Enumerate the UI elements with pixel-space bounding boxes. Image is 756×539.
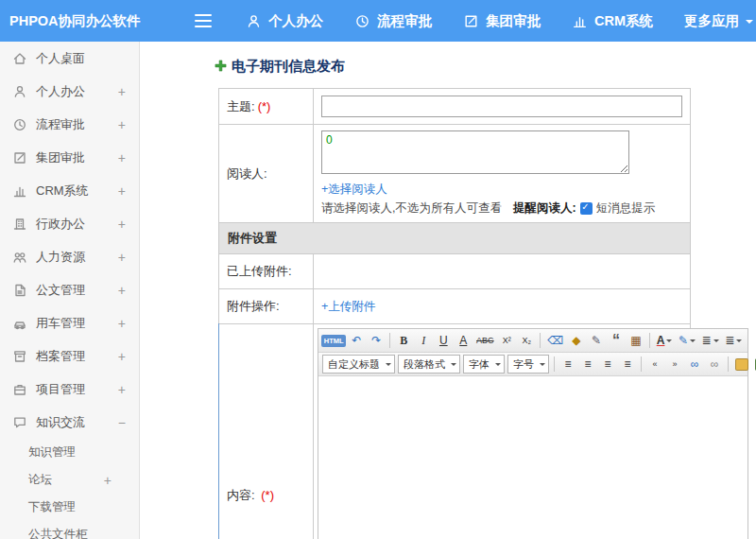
- attachment-ops-row: 附件操作: +上传附件: [219, 289, 690, 324]
- rich-text-editor: HTML↶↷BIUAABCX²X₂⌫◆✎“▦A✎≣≣ 自定义标题段落格式字体字号…: [318, 328, 748, 539]
- edit-icon: [463, 13, 479, 29]
- link-button[interactable]: ∞: [685, 355, 704, 374]
- custom-title-select[interactable]: 自定义标题: [322, 355, 395, 374]
- format-paint-button[interactable]: ◆: [567, 331, 586, 350]
- ordered-list-dropdown[interactable]: ≣: [699, 331, 722, 350]
- sidebar-item-personal-office[interactable]: 个人办公+: [0, 75, 139, 108]
- nav-label: 个人办公: [268, 12, 323, 30]
- nav-label: CRM系统: [594, 12, 653, 30]
- sidebar-subitem-forum[interactable]: 论坛+: [0, 466, 139, 494]
- emotion-button[interactable]: [732, 355, 751, 374]
- upload-attachment-link[interactable]: +上传附件: [321, 299, 375, 315]
- sidebar-subitem-download-management[interactable]: 下载管理: [0, 494, 139, 521]
- expand-toggle[interactable]: +: [118, 117, 126, 132]
- expand-toggle[interactable]: +: [118, 250, 126, 265]
- sidebar-item-project-management[interactable]: 项目管理+: [0, 373, 139, 406]
- underline-button[interactable]: U: [434, 331, 453, 350]
- redo-button[interactable]: ↷: [367, 331, 386, 350]
- italic-button[interactable]: I: [414, 331, 433, 350]
- nav-group-approval[interactable]: 集团审批: [463, 12, 541, 30]
- expand-toggle[interactable]: +: [118, 217, 126, 232]
- sidebar-subitem-knowledge-management[interactable]: 知识管理: [0, 439, 139, 466]
- expand-toggle[interactable]: +: [104, 473, 112, 488]
- building-icon: [12, 217, 36, 232]
- paragraph-format-select[interactable]: 段落格式: [398, 355, 460, 374]
- caret-down-icon: [540, 363, 545, 369]
- unlink-button[interactable]: ∞: [705, 355, 724, 374]
- editor-content-area[interactable]: [318, 376, 747, 539]
- caret-down-icon: [690, 339, 696, 345]
- emotion-button-icon: [735, 358, 748, 371]
- sidebar-item-personal-desktop[interactable]: 个人桌面: [0, 42, 139, 75]
- image-button[interactable]: [752, 355, 756, 374]
- font-button[interactable]: A: [454, 331, 472, 350]
- required-mark: (*): [261, 488, 274, 502]
- font-family-select[interactable]: 字体: [463, 355, 505, 374]
- style-button[interactable]: ✎: [587, 331, 606, 350]
- table-button[interactable]: ▦: [627, 331, 645, 350]
- sidebar-item-document-management[interactable]: 公文管理+: [0, 273, 139, 306]
- content-label: 内容:: [227, 488, 255, 502]
- sidebar-item-human-resources[interactable]: 人力资源+: [0, 240, 139, 273]
- sidebar-item-process-approval[interactable]: 流程审批+: [0, 108, 139, 141]
- font-size-select[interactable]: 字号: [507, 355, 549, 374]
- sidebar-item-label: 个人办公: [36, 83, 118, 100]
- sms-checkbox[interactable]: [580, 202, 593, 215]
- subject-input[interactable]: [321, 96, 682, 117]
- expand-toggle[interactable]: +: [118, 382, 126, 397]
- expand-toggle[interactable]: −: [118, 415, 126, 430]
- expand-toggle[interactable]: +: [118, 84, 126, 99]
- bold-button[interactable]: B: [394, 331, 413, 350]
- readers-value-cell: 0 +选择阅读人 请选择阅读人,不选为所有人可查看 提醒阅读人: 短消息提示: [314, 125, 690, 222]
- undo-button[interactable]: ↶: [347, 331, 366, 350]
- align-justify-button[interactable]: ≡: [618, 355, 637, 374]
- highlight-color-dropdown[interactable]: ✎: [676, 331, 698, 350]
- nav-more-apps[interactable]: 更多应用: [684, 12, 753, 30]
- edit-icon: [12, 150, 36, 165]
- chart-icon: [12, 183, 36, 199]
- subscript-button[interactable]: X₂: [517, 331, 536, 350]
- outdent-button[interactable]: «: [645, 355, 664, 374]
- sidebar-subitem-public-file-cabinet[interactable]: 公共文件柜: [0, 521, 139, 539]
- unordered-list-dropdown[interactable]: ≣: [722, 331, 745, 350]
- readers-label-cell: 阅读人:: [219, 125, 314, 222]
- main-content: 电子期刊信息发布 主题: (*) 阅读人: 0 +选择阅读人 请选择阅读人,不: [141, 42, 756, 539]
- choose-readers-link[interactable]: +选择阅读人: [321, 182, 387, 198]
- sidebar-item-archive-management[interactable]: 档案管理+: [0, 339, 139, 373]
- uploaded-label: 已上传附件:: [227, 263, 292, 280]
- readers-textarea[interactable]: 0: [321, 130, 629, 174]
- sidebar-item-crm-system[interactable]: CRM系统+: [0, 174, 139, 207]
- strikethrough-button[interactable]: ABC: [473, 331, 496, 350]
- sidebar-item-admin-office[interactable]: 行政办公+: [0, 207, 139, 240]
- nav-crm-system[interactable]: CRM系统: [572, 12, 653, 30]
- indent-button[interactable]: »: [665, 355, 684, 374]
- uploaded-value-cell: [314, 254, 690, 288]
- expand-toggle[interactable]: +: [118, 316, 126, 331]
- nav-process-approval[interactable]: 流程审批: [354, 12, 432, 30]
- expand-toggle[interactable]: +: [118, 283, 126, 298]
- nav-personal-office[interactable]: 个人办公: [246, 12, 323, 30]
- sidebar-item-group-approval[interactable]: 集团审批+: [0, 141, 139, 174]
- expand-toggle[interactable]: +: [118, 183, 126, 199]
- sidebar-item-label: 行政办公: [36, 216, 118, 233]
- sidebar-item-vehicle-management[interactable]: 用车管理+: [0, 306, 139, 339]
- sidebar-item-label: 流程审批: [36, 116, 118, 133]
- remind-readers-label: 提醒阅读人:: [513, 200, 576, 217]
- eraser-button[interactable]: ⌫: [544, 331, 566, 350]
- text-color-dropdown[interactable]: A: [654, 331, 675, 350]
- expand-toggle[interactable]: +: [118, 150, 126, 165]
- toolbar-separator: [649, 333, 650, 348]
- archive-icon: [12, 349, 36, 364]
- superscript-button[interactable]: X²: [497, 331, 516, 350]
- caret-down-icon: [386, 363, 391, 369]
- menu-icon[interactable]: [195, 10, 214, 31]
- align-left-button[interactable]: ≡: [558, 355, 577, 374]
- align-right-button[interactable]: ≡: [598, 355, 617, 374]
- html-source-button[interactable]: HTML: [321, 335, 346, 347]
- blockquote-button[interactable]: “: [607, 331, 626, 350]
- chat-icon: [12, 415, 36, 430]
- align-center-button[interactable]: ≡: [578, 355, 597, 374]
- expand-toggle[interactable]: +: [118, 349, 126, 364]
- person-icon: [246, 13, 262, 29]
- sidebar-item-knowledge-exchange[interactable]: 知识交流−: [0, 406, 139, 439]
